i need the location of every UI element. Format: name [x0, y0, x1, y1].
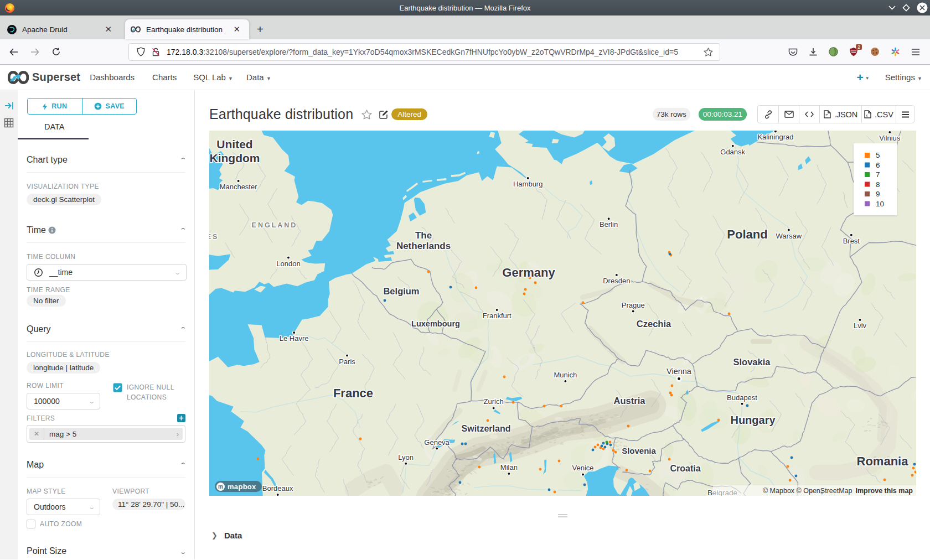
svg-text:Dresden: Dresden	[603, 277, 630, 285]
svg-text:Germany: Germany	[502, 266, 555, 279]
svg-text:Slovenia: Slovenia	[622, 446, 656, 455]
svg-text:Vienna: Vienna	[666, 367, 692, 376]
svg-text:Geneva: Geneva	[424, 438, 450, 447]
svg-text:ES: ES	[209, 233, 219, 241]
svg-text:Czechia: Czechia	[637, 319, 671, 329]
svg-text:Budapest: Budapest	[727, 393, 757, 402]
svg-text:Berlin: Berlin	[600, 220, 618, 229]
svg-text:Lviv: Lviv	[854, 322, 867, 330]
svg-text:9: 9	[876, 190, 880, 198]
svg-text:United: United	[216, 138, 252, 151]
svg-text:Vilnius: Vilnius	[879, 134, 901, 142]
svg-text:Warsaw: Warsaw	[776, 232, 802, 240]
svg-text:10: 10	[876, 200, 884, 208]
svg-text:ENGLAND: ENGLAND	[252, 221, 298, 229]
svg-text:x: x	[866, 113, 868, 117]
svg-text:Poland: Poland	[727, 227, 767, 241]
svg-text:Brest: Brest	[843, 237, 860, 245]
svg-text:Belgium: Belgium	[383, 286, 419, 296]
svg-text:Lyon: Lyon	[398, 453, 414, 462]
svg-text:Hamburg: Hamburg	[513, 180, 542, 188]
svg-text:7: 7	[876, 170, 880, 179]
svg-text:5: 5	[876, 151, 880, 159]
svg-text:Luxembourg: Luxembourg	[411, 319, 460, 328]
svg-text:Manchester: Manchester	[220, 183, 258, 191]
svg-text:The: The	[415, 230, 432, 241]
svg-text:Frankfurt: Frankfurt	[483, 312, 512, 320]
svg-text:Gdansk: Gdansk	[720, 148, 745, 156]
svg-text:Le Havre: Le Havre	[280, 334, 309, 343]
svg-text:8: 8	[876, 180, 880, 189]
svg-text:Prague: Prague	[622, 301, 645, 309]
svg-text:Switzerland: Switzerland	[462, 424, 511, 433]
svg-text:France: France	[333, 386, 373, 400]
svg-text:Paris: Paris	[339, 357, 355, 366]
svg-text:Munich: Munich	[554, 371, 577, 379]
svg-text:Netherlands: Netherlands	[396, 241, 451, 251]
svg-text:Bordeaux: Bordeaux	[262, 484, 293, 492]
svg-text:Romania: Romania	[857, 454, 909, 468]
svg-text:Zurich: Zurich	[484, 397, 504, 406]
svg-text:Kingdom: Kingdom	[210, 152, 260, 164]
svg-text:Milan: Milan	[500, 463, 518, 471]
svg-text:Slovakia: Slovakia	[733, 357, 771, 367]
svg-text:Kaliningrad: Kaliningrad	[757, 133, 793, 141]
svg-text:Venice: Venice	[572, 464, 593, 472]
svg-text:Austria: Austria	[614, 396, 646, 406]
svg-text:Hungary: Hungary	[730, 414, 776, 426]
svg-text:London: London	[276, 260, 300, 268]
svg-text:6: 6	[876, 161, 880, 169]
svg-text:Croatia: Croatia	[670, 464, 700, 473]
